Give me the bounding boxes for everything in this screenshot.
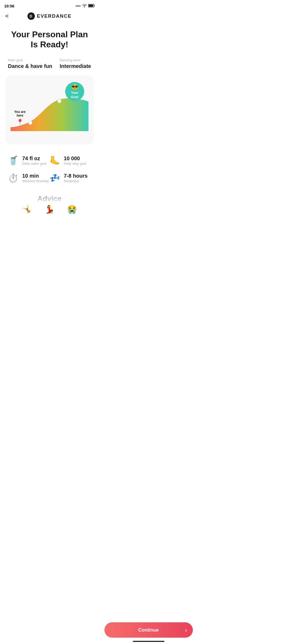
sleep-icon: 💤: [50, 173, 60, 183]
steps-icon: 🦶: [50, 155, 60, 165]
your-goal-bubble: 😎 YourGoal: [65, 82, 84, 101]
stats-grid: 🥤 74 fl oz Daily water goal 🦶 10 000 Dai…: [0, 144, 99, 192]
main-goal-value: Dance & have fun: [8, 63, 52, 69]
page-title-section: Your Personal PlanIs Ready!: [0, 23, 99, 55]
water-value: 74 fl oz: [22, 155, 47, 162]
chart-area: You arehere 📍 😎 YourGoal: [11, 81, 88, 134]
stat-workout: ⏱️ 10 min Workout time/day: [8, 169, 50, 187]
water-desc: Daily water goal: [22, 162, 47, 165]
dancing-level-label: Dancing level: [60, 58, 91, 62]
svg-text:D: D: [30, 14, 33, 18]
goal-bubble-text: YourGoal: [71, 91, 79, 99]
svg-point-6: [58, 99, 61, 103]
main-goal-item: Main goal Dance & have fun: [8, 58, 52, 69]
sleep-desc: Sleep/day: [64, 179, 88, 183]
steps-value: 10 000: [64, 155, 86, 162]
water-icon: 🥤: [8, 155, 18, 165]
you-are-here-label: You arehere 📍: [14, 110, 26, 126]
svg-rect-1: [94, 5, 95, 6]
stat-water: 🥤 74 fl oz Daily water goal: [8, 152, 50, 169]
stat-steps: 🦶 10 000 Daily step goal: [50, 152, 91, 169]
status-icons: ▪▪▪▪: [76, 4, 95, 8]
logo: D EVERDANCE: [27, 12, 72, 20]
workout-icon: ⏱️: [8, 173, 18, 183]
chart-card: You arehere 📍 😎 YourGoal: [5, 76, 94, 144]
wifi-icon: [82, 4, 87, 8]
location-pin-icon: 📍: [14, 119, 26, 126]
logo-text: EVERDANCE: [37, 13, 72, 19]
status-bar: 10:56 ▪▪▪▪: [0, 0, 99, 10]
advice-section: Advice 🤸 💃 😭: [0, 192, 99, 242]
dancing-level-value: Intermediate: [60, 63, 91, 69]
goals-row: Main goal Dance & have fun Dancing level…: [0, 55, 99, 76]
nav-bar: < D EVERDANCE: [0, 10, 99, 23]
emoji-dance2: 💃: [45, 205, 54, 214]
svg-point-5: [29, 121, 32, 125]
stat-sleep: 💤 7-8 hours Sleep/day: [50, 169, 91, 187]
goal-emoji: 😎: [72, 84, 78, 90]
main-goal-label: Main goal: [8, 58, 52, 62]
time: 10:56: [4, 4, 14, 8]
workout-desc: Workout time/day: [22, 179, 49, 183]
dancing-level-item: Dancing level Intermediate: [60, 58, 91, 69]
emoji-dance1: 🤸: [22, 205, 32, 214]
page-title: Your Personal PlanIs Ready!: [8, 29, 91, 50]
sleep-value: 7-8 hours: [64, 173, 88, 179]
emoji-row: 🤸 💃 😭: [8, 203, 91, 215]
back-button[interactable]: <: [5, 13, 9, 20]
battery-icon: [88, 4, 95, 8]
advice-title: Advice: [8, 195, 91, 203]
advice-fade: Advice: [8, 195, 91, 203]
emoji-tired: 😭: [67, 205, 77, 214]
steps-desc: Daily step goal: [64, 162, 86, 165]
svg-rect-2: [89, 4, 93, 7]
signal-icon: ▪▪▪▪: [76, 4, 81, 8]
workout-value: 10 min: [22, 173, 49, 179]
